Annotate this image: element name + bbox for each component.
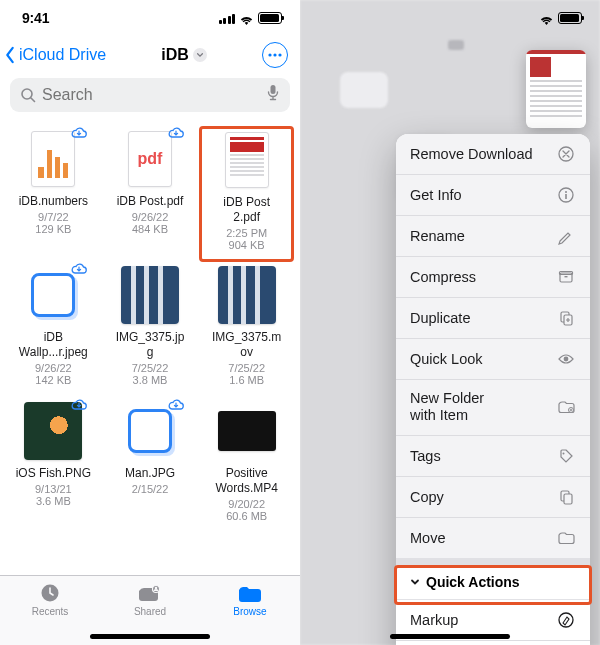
folder-title: iDB — [161, 46, 189, 64]
context-menu-screen: 9:41 Remove Download Get Info Rename — [300, 0, 600, 645]
file-preview-thumbnail[interactable] — [526, 50, 586, 128]
menu-quick-look[interactable]: Quick Look — [396, 339, 590, 380]
copy-icon — [556, 487, 576, 507]
files-app-screen: 9:41 iCloud Drive iDB iDB.numbers 9/7/22 — [0, 0, 300, 645]
svg-point-18 — [564, 357, 569, 362]
cloud-icon — [167, 398, 185, 412]
file-item[interactable]: iDB.numbers 9/7/22 129 KB — [6, 126, 101, 262]
cloud-icon — [70, 398, 88, 412]
battery-icon — [258, 12, 282, 24]
svg-point-2 — [278, 53, 281, 56]
svg-point-11 — [565, 191, 567, 193]
quick-action-optimize-file-size[interactable]: Optimize File Size — [396, 641, 590, 645]
svg-point-0 — [268, 53, 271, 56]
pencil-icon — [556, 226, 576, 246]
context-menu: Remove Download Get Info Rename Compress… — [396, 134, 590, 645]
file-item[interactable]: iDB Wallp...r.jpeg 9/26/22 142 KB — [6, 262, 101, 398]
svg-rect-12 — [565, 194, 567, 199]
menu-remove-download[interactable]: Remove Download — [396, 134, 590, 175]
wifi-icon — [239, 13, 254, 24]
back-button[interactable]: iCloud Drive — [4, 46, 106, 64]
tab-browse[interactable]: Browse — [205, 582, 295, 645]
menu-new-folder-with-item[interactable]: New Folder with Item — [396, 380, 590, 436]
svg-rect-15 — [565, 276, 568, 277]
file-item[interactable]: iOS Fish.PNG 9/13/21 3.6 MB — [6, 398, 101, 534]
menu-get-info[interactable]: Get Info — [396, 175, 590, 216]
dictate-icon[interactable] — [266, 84, 280, 106]
status-time: 9:41 — [22, 10, 49, 26]
home-indicator[interactable] — [390, 634, 510, 639]
tag-icon — [556, 446, 576, 466]
chevron-down-icon — [193, 48, 207, 62]
file-item[interactable]: Positive Words.MP4 9/20/22 60.6 MB — [199, 398, 294, 534]
menu-tags[interactable]: Tags — [396, 436, 590, 477]
status-bar: 9:41 — [0, 0, 300, 36]
search-input[interactable] — [42, 86, 260, 104]
folder-title-button[interactable]: iDB — [161, 46, 207, 64]
eye-icon — [556, 349, 576, 369]
folder-plus-icon — [556, 397, 576, 417]
menu-duplicate[interactable]: Duplicate — [396, 298, 590, 339]
search-bar[interactable] — [10, 78, 290, 112]
svg-point-23 — [559, 613, 573, 627]
info-icon — [556, 185, 576, 205]
cloud-icon — [70, 126, 88, 140]
archive-icon — [556, 267, 576, 287]
file-grid: iDB.numbers 9/7/22 129 KB pdf iDB Post.p… — [0, 122, 300, 534]
svg-rect-22 — [564, 494, 572, 504]
search-icon — [20, 87, 36, 103]
file-item[interactable]: pdf iDB Post.pdf 9/26/22 484 KB — [103, 126, 198, 262]
menu-copy[interactable]: Copy — [396, 477, 590, 518]
tab-bar: Recents Shared Browse — [0, 575, 300, 645]
menu-rename[interactable]: Rename — [396, 216, 590, 257]
svg-line-4 — [31, 98, 35, 102]
nav-bar: iCloud Drive iDB — [0, 36, 300, 76]
chevron-down-icon — [410, 577, 420, 587]
file-item[interactable]: IMG_3375.jp g 7/25/22 3.8 MB — [103, 262, 198, 398]
folder-icon — [556, 528, 576, 548]
remove-download-icon — [556, 144, 576, 164]
back-label: iCloud Drive — [19, 46, 106, 64]
file-item[interactable]: Man.JPG 2/15/22 — [103, 398, 198, 534]
file-item-selected[interactable]: iDB Post 2.pdf 2:25 PM 904 KB — [199, 126, 294, 262]
wifi-icon — [539, 13, 554, 24]
quick-actions-header[interactable]: Quick Actions — [396, 565, 590, 600]
markup-icon — [556, 610, 576, 630]
svg-point-8 — [155, 587, 158, 590]
file-item[interactable]: IMG_3375.m ov 7/25/22 1.6 MB — [199, 262, 294, 398]
cellular-icon — [219, 13, 236, 24]
svg-point-20 — [563, 452, 565, 454]
more-button[interactable] — [262, 42, 288, 68]
svg-rect-5 — [271, 85, 276, 94]
svg-point-1 — [273, 53, 276, 56]
duplicate-icon — [556, 308, 576, 328]
cloud-icon — [70, 262, 88, 276]
status-indicators — [219, 12, 283, 24]
menu-move[interactable]: Move — [396, 518, 590, 558]
cloud-icon — [167, 126, 185, 140]
menu-compress[interactable]: Compress — [396, 257, 590, 298]
battery-icon — [558, 12, 582, 24]
tab-recents[interactable]: Recents — [5, 582, 95, 645]
home-indicator[interactable] — [90, 634, 210, 639]
